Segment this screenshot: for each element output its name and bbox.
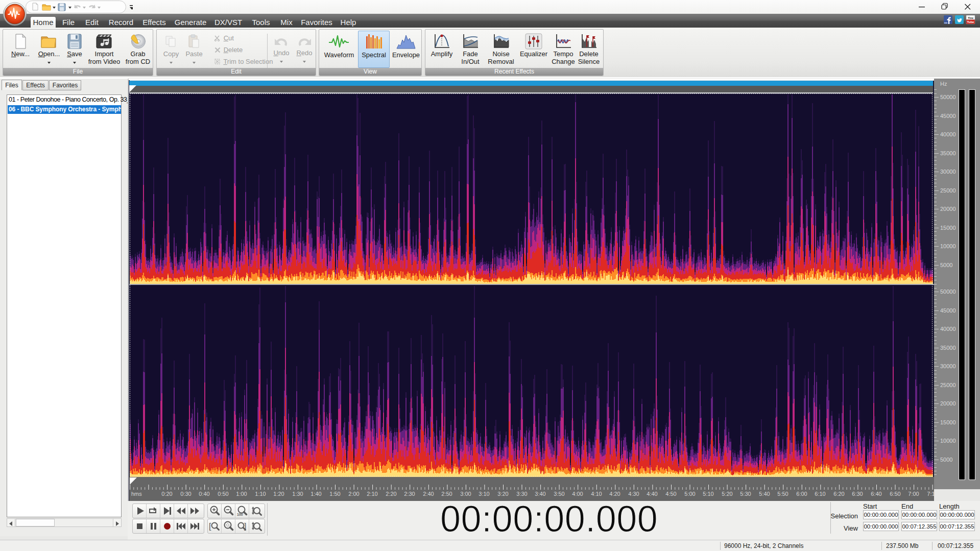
- svg-text:You: You: [968, 16, 973, 19]
- svg-text:100: 100: [237, 513, 243, 516]
- svg-text:]: ]: [244, 522, 246, 531]
- svg-text:[: [: [209, 522, 211, 531]
- svg-text:Tube: Tube: [967, 20, 975, 23]
